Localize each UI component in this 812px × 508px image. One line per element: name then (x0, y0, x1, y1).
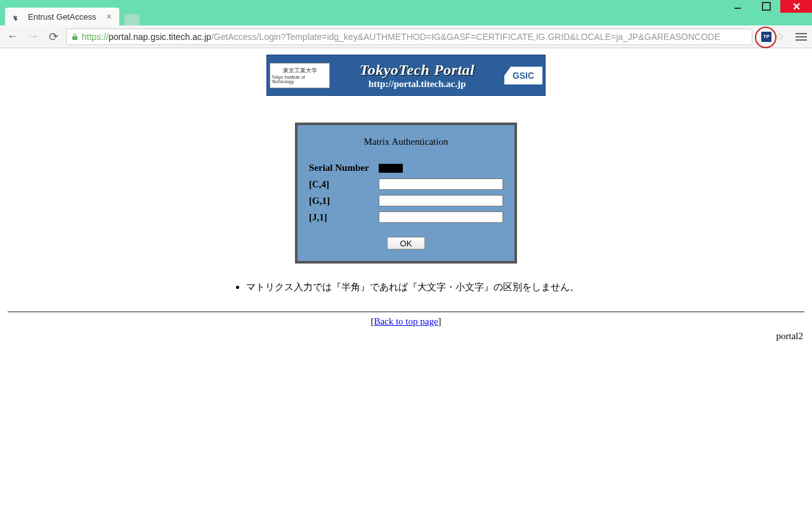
new-tab-button[interactable] (124, 14, 140, 25)
minimize-button[interactable] (723, 0, 752, 13)
extension-icon[interactable]: TP (761, 32, 771, 42)
banner-url: http://portal.titech.ac.jp (330, 79, 504, 90)
tab-strip: ↯ Entrust GetAccess × (0, 6, 812, 25)
hamburger-menu-icon[interactable] (796, 33, 807, 41)
divider (8, 311, 804, 312)
address-bar[interactable]: https://portal.nap.gsic.titech.ac.jp/Get… (66, 29, 752, 45)
browser-window: ✕ ↯ Entrust GetAccess × ← → ⟳ https://po… (0, 0, 812, 508)
matrix-row: [J,1] (298, 209, 514, 225)
note-item: マトリクス入力では『半角』であれば『大文字・小文字』の区別をしません。 (246, 281, 579, 293)
matrix-label: [G,1] (309, 196, 379, 206)
banner-left-top: 東京工業大学 (283, 67, 317, 75)
page-content: 東京工業大学 Tokyo Institute of Technology Tok… (0, 48, 812, 508)
tab-title: Entrust GetAccess (28, 12, 100, 22)
extension-area: TP ☆ (761, 30, 784, 43)
url-protocol: https:// (82, 32, 108, 42)
matrix-row: [G,1] (298, 192, 514, 209)
back-to-top-link[interactable]: Back to top page (374, 316, 438, 326)
close-button[interactable]: ✕ (780, 0, 812, 13)
url-host: portal.nap.gsic.titech.ac.jp (108, 32, 211, 42)
forward-button[interactable]: → (25, 29, 41, 44)
auth-panel: Matrix Authentication Serial Number [C,4… (295, 123, 517, 264)
matrix-input-1[interactable] (379, 178, 503, 190)
auth-title: Matrix Authentication (298, 137, 514, 147)
matrix-label: [C,4] (309, 179, 379, 190)
banner-center: TokyoTech Portal http://portal.titech.ac… (330, 62, 504, 90)
matrix-row: [C,4] (298, 176, 514, 192)
note-list: マトリクス入力では『半角』であれば『大文字・小文字』の区別をしません。 (233, 281, 579, 293)
back-button[interactable]: ← (5, 29, 20, 44)
maximize-button[interactable] (752, 0, 780, 13)
serial-value-redacted (379, 164, 403, 173)
bracket-close: ] (438, 316, 442, 326)
portal-banner: 東京工業大学 Tokyo Institute of Technology Tok… (266, 55, 546, 96)
browser-tab[interactable]: ↯ Entrust GetAccess × (5, 8, 119, 25)
banner-logo-left: 東京工業大学 Tokyo Institute of Technology (270, 63, 330, 88)
toolbar: ← → ⟳ https://portal.nap.gsic.titech.ac.… (0, 25, 812, 48)
back-link-row: [Back to top page] (0, 316, 812, 327)
serial-row: Serial Number (298, 160, 514, 176)
ok-button[interactable]: OK (387, 237, 425, 250)
lock-icon (70, 32, 79, 41)
banner-left-bottom: Tokyo Institute of Technology (272, 75, 328, 84)
matrix-input-2[interactable] (379, 195, 503, 206)
favicon-icon: ↯ (13, 11, 23, 22)
serial-label: Serial Number (309, 163, 379, 173)
matrix-input-3[interactable] (379, 211, 503, 223)
window-controls: ✕ (723, 0, 812, 13)
reload-button[interactable]: ⟳ (46, 29, 61, 44)
bookmark-star-icon[interactable]: ☆ (775, 30, 784, 43)
tab-close-icon[interactable]: × (107, 11, 112, 22)
matrix-label: [J,1] (309, 212, 379, 223)
url-path: /GetAccess/Login?Template=idg_key&AUTHME… (211, 32, 720, 42)
banner-title: TokyoTech Portal (330, 62, 504, 79)
banner-logo-right: GSIC (504, 67, 542, 84)
banner-right-text: GSIC (513, 70, 534, 81)
footer-label: portal2 (0, 331, 812, 342)
